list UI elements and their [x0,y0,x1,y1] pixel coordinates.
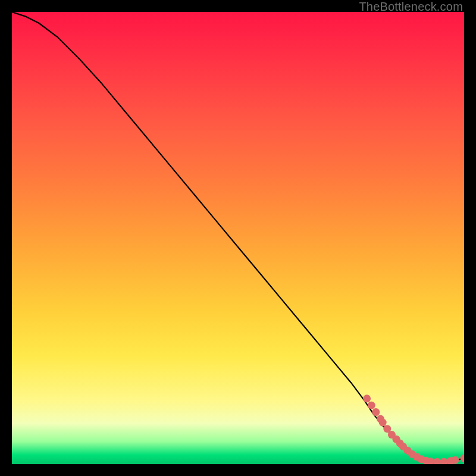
bottleneck-curve [12,12,464,462]
data-marker [433,458,441,464]
data-marker [372,408,380,416]
data-marker [451,456,459,464]
data-marker [379,419,387,427]
chart-frame [12,12,464,464]
data-marker [363,394,371,402]
data-marker [461,455,465,462]
marker-group [363,394,464,464]
data-marker [440,458,447,464]
data-marker [368,402,375,409]
chart-svg [12,12,464,464]
